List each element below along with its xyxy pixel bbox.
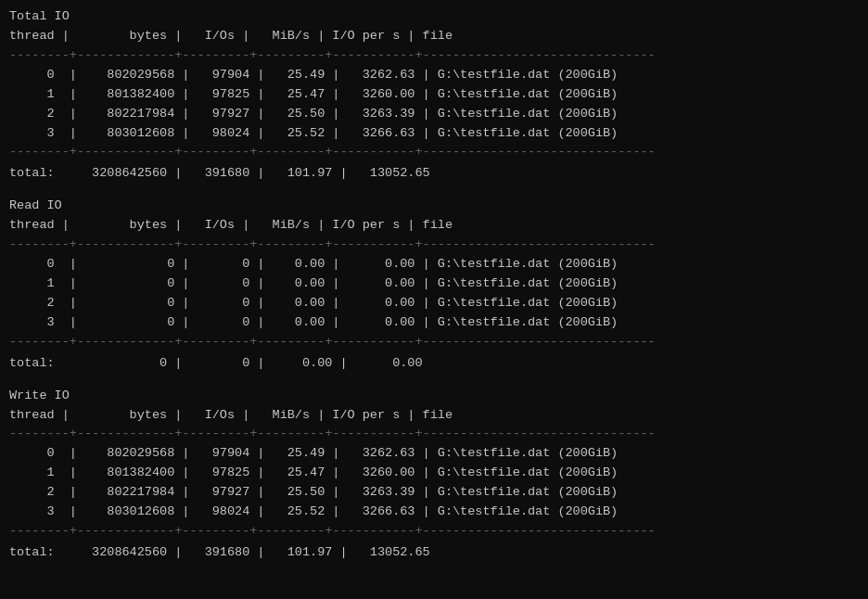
table-divider-top: --------+-------------+---------+-------…: [9, 236, 859, 255]
table-total-row: total: 0 | 0 | 0.00 | 0.00: [9, 354, 859, 374]
table-row: 0 | 802029568 | 97904 | 25.49 | 3262.63 …: [9, 444, 859, 464]
table-row: 3 | 803012608 | 98024 | 25.52 | 3266.63 …: [9, 124, 859, 144]
table-row: 2 | 0 | 0 | 0.00 | 0.00 | G:\testfile.da…: [9, 294, 859, 313]
table-column-header: thread | bytes | I/Os | MiB/s | I/O per …: [9, 216, 859, 236]
table-row: 1 | 0 | 0 | 0.00 | 0.00 | G:\testfile.da…: [9, 274, 859, 294]
table-row: 2 | 802217984 | 97927 | 25.50 | 3263.39 …: [9, 105, 859, 124]
section-title: Read IO: [9, 197, 859, 216]
table-divider-top: --------+-------------+---------+-------…: [9, 46, 859, 66]
section-write-io: Write IOthread | bytes | I/Os | MiB/s | …: [9, 387, 859, 570]
section-title: Total IO: [9, 7, 859, 27]
table-row: 0 | 802029568 | 97904 | 25.49 | 3262.63 …: [9, 66, 859, 85]
table-divider-bottom: --------+-------------+---------+-------…: [9, 522, 859, 542]
table-column-header: thread | bytes | I/Os | MiB/s | I/O per …: [9, 27, 859, 46]
table-total-row: total: 3208642560 | 391680 | 101.97 | 13…: [9, 543, 859, 563]
section-title: Write IO: [9, 387, 859, 406]
table-divider-top: --------+-------------+---------+-------…: [9, 425, 859, 444]
section-read-io: Read IOthread | bytes | I/Os | MiB/s | I…: [9, 197, 859, 380]
table-row: 3 | 803012608 | 98024 | 25.52 | 3266.63 …: [9, 503, 859, 522]
table-row: 1 | 801382400 | 97825 | 25.47 | 3260.00 …: [9, 464, 859, 483]
table-column-header: thread | bytes | I/Os | MiB/s | I/O per …: [9, 406, 859, 426]
table-row: 2 | 802217984 | 97927 | 25.50 | 3263.39 …: [9, 483, 859, 503]
table-divider-bottom: --------+-------------+---------+-------…: [9, 143, 859, 162]
terminal-output: Total IOthread | bytes | I/Os | MiB/s | …: [9, 7, 859, 570]
section-total-io: Total IOthread | bytes | I/Os | MiB/s | …: [9, 7, 859, 191]
table-total-row: total: 3208642560 | 391680 | 101.97 | 13…: [9, 164, 859, 184]
table-row: 1 | 801382400 | 97825 | 25.47 | 3260.00 …: [9, 85, 859, 105]
table-row: 0 | 0 | 0 | 0.00 | 0.00 | G:\testfile.da…: [9, 255, 859, 274]
table-divider-bottom: --------+-------------+---------+-------…: [9, 333, 859, 352]
table-row: 3 | 0 | 0 | 0.00 | 0.00 | G:\testfile.da…: [9, 313, 859, 333]
